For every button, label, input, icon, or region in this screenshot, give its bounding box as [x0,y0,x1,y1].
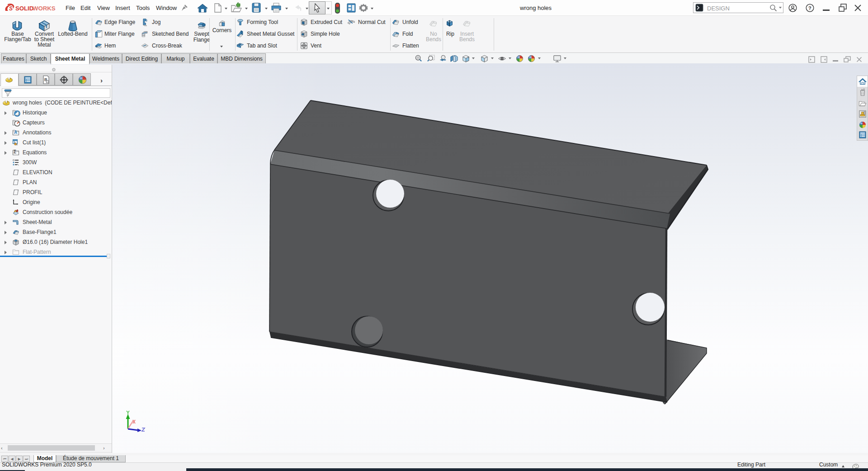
svg-text:S: S [9,5,13,12]
svg-text:WORKS: WORKS [33,5,56,12]
svg-text:?: ? [808,5,811,11]
svg-text:SOLID: SOLID [15,5,33,12]
